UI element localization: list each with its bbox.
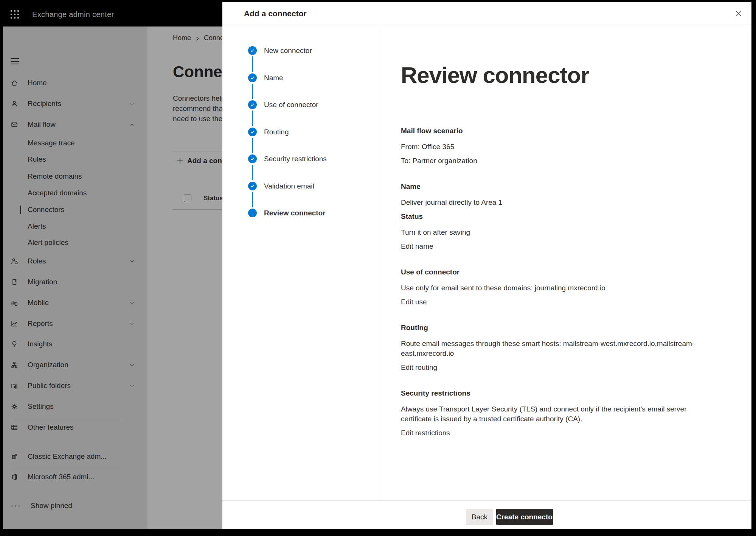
dialog-header: Add a connector — [222, 2, 751, 25]
step-security-restrictions[interactable]: Security restrictions — [222, 154, 380, 163]
section-row: Route email messages through these smart… — [401, 339, 716, 358]
step-new-connector[interactable]: New connector — [222, 46, 380, 55]
section-header: Use of connector — [401, 267, 716, 277]
section-mail-flow-scenario: Mail flow scenario From: Office 365 To: … — [401, 126, 716, 166]
dialog-footer: Back Create connector — [222, 500, 751, 529]
section-header: Name — [401, 182, 716, 192]
section-header: Routing — [401, 323, 716, 333]
section-row: Deliver journal directly to Area 1 — [401, 198, 716, 207]
edit-use-link[interactable]: Edit use — [401, 297, 427, 307]
review-heading: Review connector — [401, 62, 589, 88]
section-header: Status — [401, 212, 716, 221]
step-check-icon — [248, 73, 257, 82]
step-check-icon — [248, 182, 257, 190]
add-connector-dialog: Add a connector New connector Name — [222, 2, 751, 529]
edit-name-link[interactable]: Edit name — [401, 242, 433, 251]
review-sections: Mail flow scenario From: Office 365 To: … — [401, 126, 716, 438]
step-validation-email[interactable]: Validation email — [222, 182, 380, 190]
step-current-dot — [248, 209, 257, 217]
step-check-icon — [248, 46, 257, 55]
edit-restrictions-link[interactable]: Edit restrictions — [401, 428, 450, 438]
section-row: Always use Transport Layer Security (TLS… — [401, 404, 716, 424]
create-connector-button[interactable]: Create connector — [496, 509, 553, 525]
step-check-icon — [248, 128, 257, 136]
app-window: Exchange admin center Home Recipients Ma… — [3, 2, 751, 529]
section-name: Name Deliver journal directly to Area 1 — [401, 182, 716, 207]
step-name[interactable]: Name — [222, 73, 380, 82]
section-row: Use only for email sent to these domains… — [401, 283, 716, 293]
section-status: Status Turn it on after saving Edit name — [401, 212, 716, 251]
section-row: Turn it on after saving — [401, 227, 716, 237]
stepper-content-divider — [380, 25, 380, 500]
section-use-of-connector: Use of connector Use only for email sent… — [401, 267, 716, 307]
step-review-connector[interactable]: Review connector — [222, 209, 380, 217]
step-routing[interactable]: Routing — [222, 128, 380, 136]
section-row: To: Partner organization — [401, 156, 716, 166]
step-check-icon — [248, 100, 257, 109]
dialog-title: Add a connector — [244, 2, 307, 25]
section-security-restrictions: Security restrictions Always use Transpo… — [401, 388, 716, 438]
edit-routing-link[interactable]: Edit routing — [401, 363, 437, 372]
section-row: From: Office 365 — [401, 142, 716, 152]
section-routing: Routing Route email messages through the… — [401, 323, 716, 372]
close-icon[interactable] — [735, 10, 742, 17]
back-button[interactable]: Back — [466, 509, 493, 525]
section-header: Mail flow scenario — [401, 126, 716, 136]
section-header: Security restrictions — [401, 388, 716, 398]
step-use-of-connector[interactable]: Use of connector — [222, 100, 380, 109]
step-check-icon — [248, 154, 257, 163]
